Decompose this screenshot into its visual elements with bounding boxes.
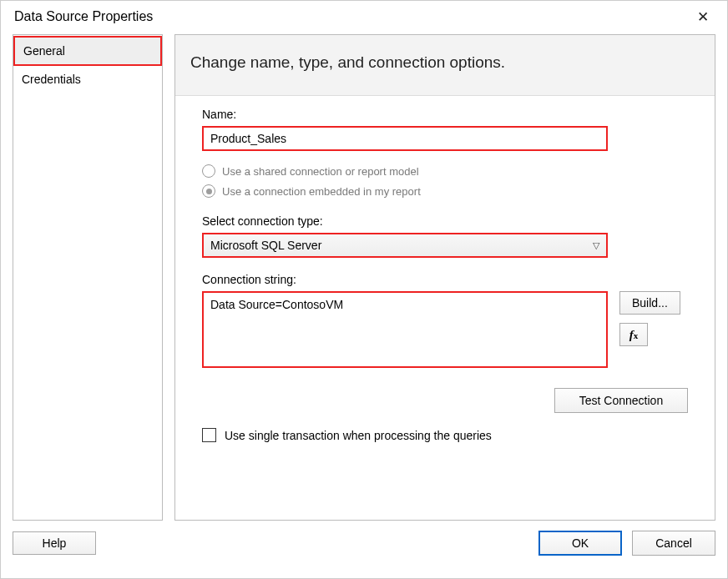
close-icon[interactable]: ✕ bbox=[692, 10, 714, 24]
dialog-title: Data Source Properties bbox=[14, 9, 153, 24]
radio-shared-label: Use a shared connection or report model bbox=[222, 165, 419, 178]
ok-button[interactable]: OK bbox=[538, 531, 622, 556]
content-panel: Change name, type, and connection option… bbox=[174, 34, 715, 521]
radio-icon bbox=[202, 184, 215, 198]
single-transaction-row[interactable]: Use single transaction when processing t… bbox=[202, 428, 688, 442]
expression-button[interactable]: fx bbox=[619, 323, 648, 346]
connection-mode-group: Use a shared connection or report model … bbox=[202, 164, 688, 198]
name-label: Name: bbox=[202, 108, 688, 121]
test-connection-row: Test Connection bbox=[202, 388, 688, 413]
connection-string-row: Data Source=ContosoVM Build... fx bbox=[202, 291, 688, 368]
radio-embedded-connection: Use a connection embedded in my report bbox=[202, 184, 688, 198]
build-button[interactable]: Build... bbox=[619, 291, 680, 315]
connection-string-label: Connection string: bbox=[202, 273, 688, 286]
connection-string-input[interactable]: Data Source=ContosoVM bbox=[202, 291, 608, 368]
radio-shared-connection: Use a shared connection or report model bbox=[202, 164, 688, 178]
help-button[interactable]: Help bbox=[13, 531, 96, 555]
single-transaction-label: Use single transaction when processing t… bbox=[225, 429, 492, 442]
chevron-down-icon: ▽ bbox=[593, 240, 599, 251]
fx-icon: fx bbox=[629, 328, 639, 342]
connection-type-value: Microsoft SQL Server bbox=[210, 239, 321, 252]
radio-icon bbox=[202, 164, 215, 178]
main-area: General Credentials Change name, type, a… bbox=[1, 34, 727, 521]
connection-type-select[interactable]: Microsoft SQL Server ▽ bbox=[202, 233, 608, 258]
panel-heading: Change name, type, and connection option… bbox=[190, 53, 700, 72]
title-bar: Data Source Properties ✕ bbox=[1, 1, 727, 34]
sidebar: General Credentials bbox=[13, 34, 163, 521]
checkbox-icon[interactable] bbox=[202, 428, 216, 442]
cancel-button[interactable]: Cancel bbox=[632, 531, 715, 556]
content-body: Name: Use a shared connection or report … bbox=[175, 96, 715, 520]
content-header: Change name, type, and connection option… bbox=[175, 35, 715, 96]
connection-side-buttons: Build... fx bbox=[619, 291, 680, 346]
test-connection-button[interactable]: Test Connection bbox=[554, 388, 688, 413]
footer-right: OK Cancel bbox=[538, 531, 715, 556]
connection-type-label: Select connection type: bbox=[202, 214, 688, 228]
sidebar-item-general[interactable]: General bbox=[13, 36, 162, 66]
sidebar-item-credentials[interactable]: Credentials bbox=[13, 66, 162, 93]
name-input[interactable] bbox=[202, 126, 608, 151]
dialog-footer: Help OK Cancel bbox=[1, 521, 727, 567]
radio-embedded-label: Use a connection embedded in my report bbox=[222, 185, 421, 198]
